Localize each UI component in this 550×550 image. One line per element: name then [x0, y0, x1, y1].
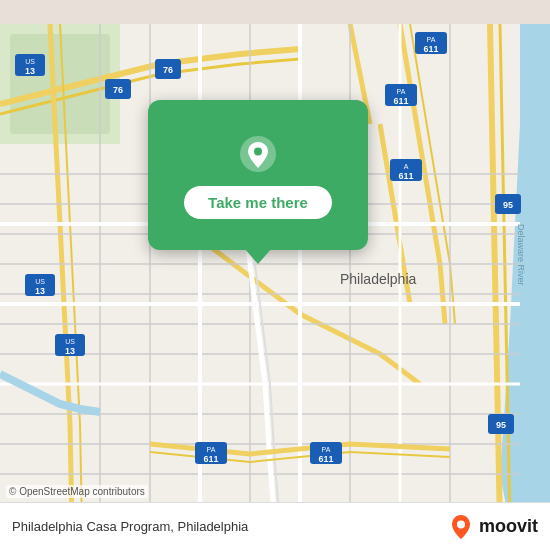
svg-text:95: 95: [503, 200, 513, 210]
svg-text:611: 611: [203, 454, 218, 464]
svg-text:611: 611: [318, 454, 333, 464]
svg-text:611: 611: [398, 171, 413, 181]
svg-text:PA: PA: [322, 446, 331, 453]
svg-rect-2: [10, 34, 110, 134]
svg-text:95: 95: [496, 420, 506, 430]
popup-card: Take me there: [148, 100, 368, 250]
svg-text:US: US: [65, 338, 75, 345]
svg-text:PA: PA: [427, 36, 436, 43]
svg-text:13: 13: [25, 66, 35, 76]
location-pin-icon: [236, 132, 280, 176]
moovit-logo-icon: [447, 513, 475, 541]
svg-text:Philadelphia: Philadelphia: [340, 271, 416, 287]
svg-text:611: 611: [423, 44, 438, 54]
svg-text:13: 13: [35, 286, 45, 296]
svg-text:13: 13: [65, 346, 75, 356]
svg-text:76: 76: [163, 65, 173, 75]
svg-text:PA: PA: [397, 88, 406, 95]
svg-text:PA: PA: [207, 446, 216, 453]
svg-point-66: [254, 147, 262, 155]
map-container: 76 76 US 13 US 13 US 13 PA 611 PA 611 A …: [0, 0, 550, 550]
svg-point-67: [457, 520, 465, 528]
svg-text:611: 611: [393, 96, 408, 106]
bottom-bar: Philadelphia Casa Program, Philadelphia …: [0, 502, 550, 550]
take-me-there-button[interactable]: Take me there: [184, 186, 332, 219]
svg-text:US: US: [35, 278, 45, 285]
svg-text:76: 76: [113, 85, 123, 95]
svg-text:Delaware River: Delaware River: [516, 224, 526, 286]
location-label: Philadelphia Casa Program, Philadelphia: [12, 519, 248, 534]
svg-text:A: A: [404, 163, 409, 170]
map-attribution: © OpenStreetMap contributors: [6, 485, 148, 498]
svg-text:US: US: [25, 58, 35, 65]
moovit-logo-text: moovit: [479, 516, 538, 537]
map-background: 76 76 US 13 US 13 US 13 PA 611 PA 611 A …: [0, 0, 550, 550]
moovit-logo: moovit: [447, 513, 538, 541]
